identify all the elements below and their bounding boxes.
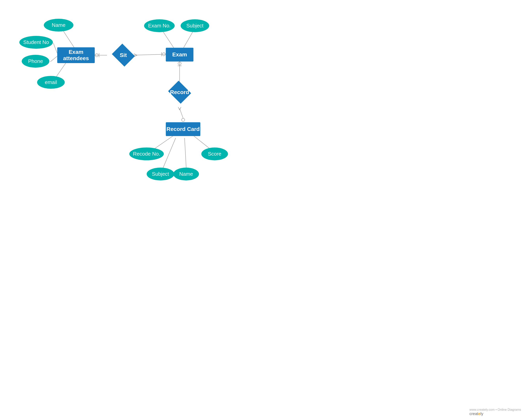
attribute-subject-bottom[interactable]: Subject <box>147 168 174 180</box>
diagram-container: Exam attendees Exam Record Card Sit Reco… <box>0 0 527 420</box>
watermark: www.creately.com • Online Diagrams creat… <box>470 408 521 416</box>
entity-exam[interactable]: Exam <box>166 48 193 62</box>
svg-line-18 <box>178 107 180 110</box>
attribute-phone[interactable]: Phone <box>22 55 49 68</box>
attribute-email[interactable]: email <box>37 76 65 89</box>
attribute-student-no[interactable]: Student No <box>19 36 53 49</box>
svg-line-2 <box>50 56 57 62</box>
entity-exam-attendees[interactable]: Exam attendees <box>57 47 95 63</box>
entity-record-card[interactable]: Record Card <box>166 122 200 136</box>
attribute-name-bottom[interactable]: Name <box>173 168 199 180</box>
attribute-recode-no[interactable]: Recode No. <box>129 147 164 160</box>
svg-line-7 <box>132 54 166 55</box>
attribute-subject-top[interactable]: Subject <box>181 19 209 32</box>
attribute-exam-no[interactable]: Exam No. <box>144 19 175 32</box>
watermark-url: www.creately.com • Online Diagrams <box>470 408 521 411</box>
svg-line-17 <box>180 108 183 118</box>
attribute-score[interactable]: Score <box>201 147 228 160</box>
attribute-name[interactable]: Name <box>44 19 73 32</box>
svg-point-20 <box>182 118 185 121</box>
watermark-brand: creately <box>470 411 521 416</box>
svg-line-1 <box>53 43 57 53</box>
